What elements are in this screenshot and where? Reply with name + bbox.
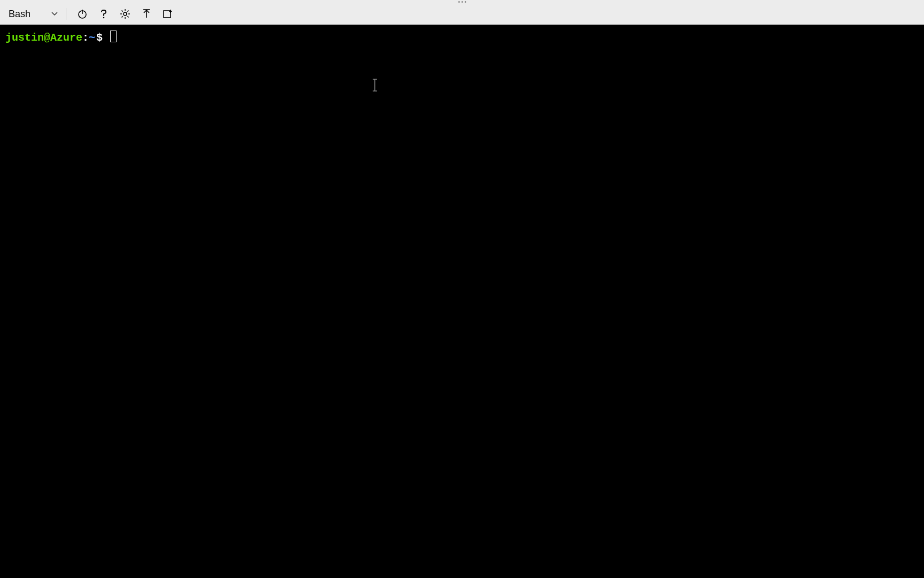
svg-point-2 <box>103 17 105 19</box>
shell-label: Bash <box>9 9 30 20</box>
upload-button[interactable] <box>138 5 155 22</box>
drag-dots-icon <box>458 1 466 3</box>
ibeam-cursor-icon <box>372 78 378 92</box>
settings-button[interactable] <box>117 5 134 22</box>
terminal-area[interactable]: justin@Azure:~$ <box>0 25 924 578</box>
power-icon <box>77 9 88 19</box>
help-icon <box>98 9 109 19</box>
shell-selector-dropdown[interactable]: Bash <box>4 6 63 22</box>
prompt-colon: : <box>82 31 89 45</box>
prompt-path: ~ <box>89 31 95 45</box>
svg-rect-6 <box>164 11 171 18</box>
power-button[interactable] <box>74 5 91 22</box>
prompt-symbol: $ <box>96 31 103 45</box>
prompt-user-host: justin@Azure <box>5 31 82 45</box>
gear-icon <box>120 9 130 19</box>
upload-icon <box>141 9 152 19</box>
terminal-toolbar: Bash <box>0 3 924 25</box>
svg-point-3 <box>124 12 127 16</box>
new-session-icon <box>163 9 173 19</box>
help-button[interactable] <box>95 5 112 22</box>
new-session-button[interactable] <box>159 5 176 22</box>
chevron-down-icon <box>51 10 58 18</box>
terminal-cursor <box>110 31 117 42</box>
prompt-line: justin@Azure:~$ <box>5 29 919 45</box>
toolbar-divider <box>66 8 66 20</box>
